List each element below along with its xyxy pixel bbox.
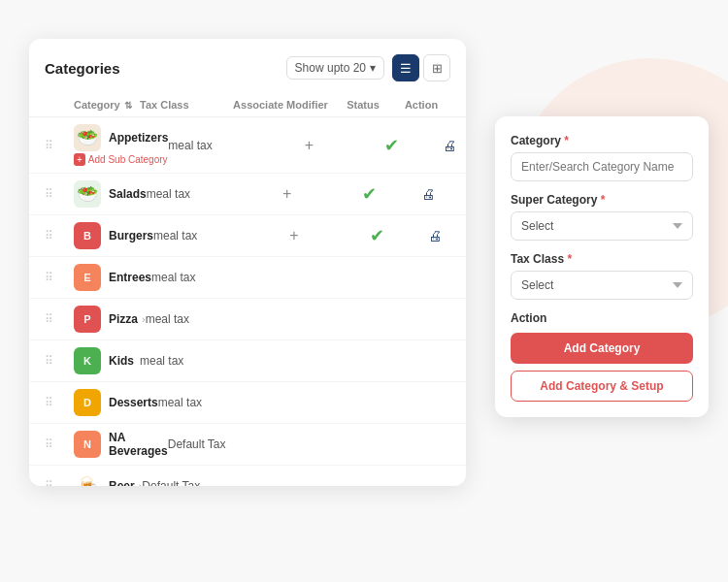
category-cell: D Desserts (74, 389, 158, 416)
associate-modifier-cell[interactable]: + (255, 137, 362, 154)
category-name: Beer (109, 479, 135, 486)
tax-class-cell: meal tax (168, 139, 255, 152)
table-row: ⠿ 🥗 Appetizers + Add Sub Category meal t… (29, 117, 466, 174)
super-category-select[interactable]: Select Option 1 Option 2 (511, 211, 693, 241)
tax-class-cell: meal tax (158, 396, 246, 409)
status-cell: ✔ (362, 135, 420, 156)
category-icon: B (74, 222, 101, 249)
panel-title: Categories (45, 60, 120, 77)
table-row: ⠿ B Burgers meal tax + ✔ 🖨 (29, 215, 466, 257)
chevron-down-icon: ▾ (370, 61, 376, 75)
grid-view-button[interactable]: ⊞ (423, 54, 450, 81)
tax-class-cell: meal tax (153, 229, 241, 242)
action-section-label: Action (511, 311, 693, 325)
tax-class-cell: meal tax (147, 187, 234, 201)
view-toggle: ☰ ⊞ (392, 54, 450, 81)
table-row: ⠿ N NA Beverages Default Tax (29, 424, 466, 466)
list-view-button[interactable]: ☰ (392, 54, 419, 81)
category-name: Kids (109, 354, 134, 368)
category-cell: N NA Beverages (74, 431, 168, 458)
category-icon: P (74, 306, 101, 333)
category-cell: E Entrees (74, 264, 151, 291)
category-cell: 🥗 Salads (74, 180, 147, 208)
add-category-setup-button[interactable]: Add Category & Setup (511, 371, 693, 402)
table-body: ⠿ 🥗 Appetizers + Add Sub Category meal t… (29, 117, 466, 486)
drag-handle[interactable]: ⠿ (45, 312, 74, 326)
col-category-header: Category ⇅ (74, 99, 140, 111)
drag-handle[interactable]: ⠿ (45, 187, 74, 201)
table-row: ⠿ P Pizza › meal tax (29, 299, 466, 340)
action-cell: 🖨 (420, 138, 466, 153)
col-drag (45, 99, 74, 111)
show-upto-label: Show upto 20 (295, 61, 366, 75)
status-cell: ✔ (341, 183, 399, 205)
category-name: Salads (109, 187, 147, 201)
category-name: Entrees (109, 271, 151, 284)
required-marker: * (564, 134, 569, 147)
tax-class-label: Tax Class * (511, 252, 693, 266)
tax-class-cell: Default Tax (168, 437, 255, 451)
tax-class-cell: meal tax (140, 354, 227, 368)
plus-icon: + (74, 153, 85, 166)
tax-class-cell: Default Tax (142, 479, 229, 486)
category-cell: B Burgers (74, 222, 153, 249)
col-assoc-header: Associate Modifier (227, 99, 334, 111)
status-active-icon: ✔ (362, 183, 377, 205)
col-status-header: Status (334, 99, 392, 111)
add-category-form: Category * Super Category * Select Optio… (495, 116, 709, 417)
drag-handle[interactable]: ⠿ (45, 479, 74, 486)
category-icon: N (74, 431, 101, 458)
sort-icon[interactable]: ⇅ (124, 100, 132, 111)
category-field-label: Category * (511, 134, 693, 147)
tax-class-cell: meal tax (151, 271, 239, 284)
category-name: Desserts (109, 396, 158, 409)
tax-class-cell: meal tax (146, 312, 233, 326)
category-cell: 🥗 Appetizers + Add Sub Category (74, 124, 168, 166)
drag-handle[interactable]: ⠿ (45, 139, 74, 152)
drag-handle[interactable]: ⠿ (45, 354, 74, 368)
required-marker: * (601, 193, 606, 207)
table-row: ⠿ 🍺 Beer › Default Tax (29, 466, 466, 486)
tax-class-select[interactable]: Select meal tax Default Tax (511, 271, 693, 300)
table-row: ⠿ D Desserts meal tax (29, 382, 466, 424)
main-container: Categories Show upto 20 ▾ ☰ ⊞ Category ⇅… (29, 39, 709, 543)
print-icon[interactable]: 🖨 (428, 228, 442, 243)
table-row: ⠿ E Entrees meal tax (29, 257, 466, 299)
category-icon: 🍺 (74, 472, 101, 486)
super-category-label: Super Category * (511, 193, 693, 207)
category-name: Pizza (109, 312, 138, 326)
category-cell: K Kids (74, 347, 140, 374)
add-category-button[interactable]: Add Category (511, 333, 693, 364)
associate-modifier-cell[interactable]: + (234, 185, 341, 203)
category-name-input[interactable] (511, 152, 693, 181)
category-icon: 🥗 (74, 180, 101, 208)
show-upto-selector[interactable]: Show upto 20 ▾ (286, 56, 384, 80)
header-controls: Show upto 20 ▾ ☰ ⊞ (286, 54, 450, 81)
category-cell: P Pizza › (74, 306, 146, 333)
status-active-icon: ✔ (384, 135, 399, 156)
print-icon[interactable]: 🖨 (443, 138, 456, 153)
print-icon[interactable]: 🖨 (421, 186, 435, 202)
drag-handle[interactable]: ⠿ (45, 271, 74, 284)
table-row: ⠿ K Kids meal tax (29, 340, 466, 382)
drag-handle[interactable]: ⠿ (45, 229, 74, 242)
associate-modifier-cell[interactable]: + (241, 227, 347, 244)
action-cell: 🖨 (406, 228, 464, 243)
category-name: Burgers (109, 229, 153, 242)
required-marker: * (568, 252, 573, 266)
col-action-header: Action (392, 99, 450, 111)
category-icon: E (74, 264, 101, 291)
panel-header: Categories Show upto 20 ▾ ☰ ⊞ (29, 54, 466, 93)
col-tax-header: Tax Class (140, 99, 227, 111)
category-name: NA Beverages (109, 431, 168, 458)
drag-handle[interactable]: ⠿ (45, 396, 74, 409)
table-header: Category ⇅ Tax Class Associate Modifier … (29, 93, 466, 117)
drag-handle[interactable]: ⠿ (45, 437, 74, 451)
status-active-icon: ✔ (370, 225, 384, 246)
category-icon: K (74, 347, 101, 374)
action-cell: 🖨 (399, 186, 457, 202)
category-icon: 🥗 (74, 124, 101, 151)
add-sub-category-link[interactable]: + Add Sub Category (74, 153, 168, 166)
category-name: Appetizers (109, 131, 168, 145)
status-cell: ✔ (347, 225, 406, 246)
